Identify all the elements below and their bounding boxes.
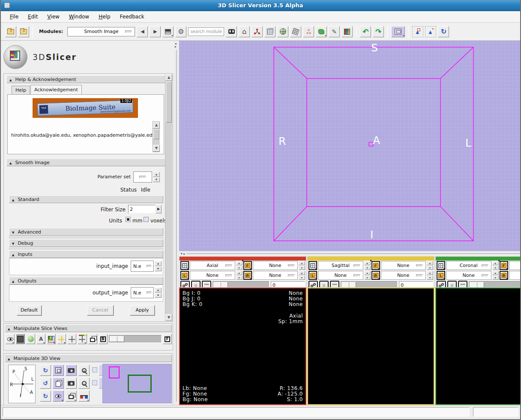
spin-down-button[interactable]	[364, 266, 371, 270]
sagittal-background-button[interactable]: B▾	[371, 271, 380, 280]
sagittal-link-button[interactable]	[308, 281, 318, 288]
axial-more-button[interactable]	[202, 281, 211, 288]
navigation-preview[interactable]	[102, 364, 172, 403]
spin-up-button[interactable]	[427, 261, 433, 265]
home-module-button[interactable]	[239, 26, 250, 37]
input-image-dropdown[interactable]: N.e	[131, 261, 154, 272]
scroll-down-icon[interactable]: ▼	[165, 314, 172, 321]
label-b-button[interactable]: B	[99, 334, 108, 344]
sagittal-offset-entry[interactable]	[399, 281, 433, 288]
sagittal-foreground-button[interactable]: F▾	[371, 261, 380, 270]
coronal-options-button[interactable]: ▾	[437, 261, 445, 270]
axial-link-button[interactable]	[180, 281, 190, 288]
cancel-button[interactable]: Cancel	[87, 305, 114, 315]
window-menu-icon[interactable]	[4, 3, 10, 8]
editor-module-button[interactable]: ▾	[316, 26, 327, 37]
spin-down-button[interactable]	[364, 276, 371, 280]
slice-opacity-slider[interactable]	[109, 335, 162, 343]
module-section-header[interactable]: Smooth Image	[6, 159, 166, 166]
sagittal-options-button[interactable]: ▾	[308, 261, 317, 270]
output-image-dropdown[interactable]: N.e	[131, 287, 154, 298]
menu-file[interactable]: File	[7, 12, 21, 21]
menu-feedback[interactable]: Feedback	[117, 12, 147, 21]
cube-axes-button[interactable]	[53, 378, 64, 389]
slice-label-colors-button[interactable]: ▾	[47, 334, 56, 344]
spin-down-button[interactable]	[155, 267, 162, 272]
rotate-pitch-button[interactable]	[40, 365, 51, 376]
spin-up-button[interactable]	[155, 288, 162, 293]
outputs-section-header[interactable]: Outputs	[9, 277, 163, 285]
credits-scrollbar[interactable]: ▲ ▼	[153, 121, 159, 152]
spin-up-button[interactable]	[236, 261, 243, 265]
module-search-input[interactable]	[188, 27, 224, 36]
modules-settings-button[interactable]	[175, 26, 186, 37]
menu-edit[interactable]: Edit	[25, 12, 41, 21]
module-selector-dropdown[interactable]: Smooth Image	[67, 27, 135, 36]
module-panel-scrollbar[interactable]: ▲ ▼	[165, 74, 172, 321]
slider-thumb[interactable]	[213, 282, 228, 288]
center-view-button[interactable]	[53, 365, 64, 376]
slice-annotation-button[interactable]: A▾	[36, 334, 45, 344]
sagittal-visibility-button[interactable]	[319, 281, 329, 288]
sagittal-collapse-bar[interactable]	[308, 257, 434, 261]
units-voxels-checkbox[interactable]	[144, 217, 149, 222]
sagittal-more-button[interactable]	[330, 281, 339, 288]
default-button[interactable]: Default	[17, 305, 42, 315]
load-scene-button[interactable]	[5, 26, 16, 37]
view3d-section-header[interactable]: Manipulate 3D View	[5, 354, 172, 362]
scroll-up-icon[interactable]: ▲	[153, 122, 160, 129]
spin-up-button[interactable]	[427, 271, 433, 275]
crosshair-grid-button[interactable]	[67, 334, 76, 344]
label-f-button[interactable]: F	[163, 334, 172, 344]
spin-up-button[interactable]	[153, 172, 160, 177]
menu-window[interactable]: Window	[66, 12, 92, 21]
spin-down-button[interactable]	[427, 266, 433, 270]
spin-down-button[interactable]	[236, 266, 243, 270]
coronal-offset-slider[interactable]	[469, 281, 521, 288]
coronal-orientation-dropdown[interactable]: Coronal	[446, 261, 491, 270]
sagittal-foreground-dropdown[interactable]: None	[381, 261, 426, 270]
threed-viewport[interactable]: S R A L I	[179, 41, 521, 251]
slider-thumb[interactable]	[341, 282, 356, 288]
rock-checkbox[interactable]	[92, 380, 97, 385]
axial-labelmap-button[interactable]: L▾	[180, 271, 189, 280]
debug-section-header[interactable]: Debug	[9, 239, 163, 247]
stereo-glasses-button[interactable]: ▾	[78, 390, 90, 402]
rotate-axis-button[interactable]	[40, 390, 51, 402]
axial-orientation-dropdown[interactable]: Axial	[190, 261, 235, 270]
menu-help[interactable]: Help	[96, 12, 113, 21]
spin-up-button[interactable]	[299, 271, 305, 275]
spin-up-button[interactable]	[364, 271, 371, 275]
slider-thumb[interactable]	[470, 282, 484, 288]
filter-size-expand-button[interactable]: ▶	[156, 205, 162, 213]
module-history-button[interactable]: ▾	[162, 26, 174, 37]
spin-down-button[interactable]	[492, 276, 499, 280]
inputs-section-header[interactable]: Inputs	[9, 250, 163, 258]
coronal-visibility-button[interactable]	[447, 281, 457, 288]
data-module-button[interactable]	[252, 26, 263, 37]
save-scene-button[interactable]	[18, 26, 29, 37]
splitter-arrows-icon[interactable]: ▾ ▴	[181, 252, 185, 255]
zoom-in-button[interactable]: +	[78, 365, 90, 376]
module-back-button[interactable]	[137, 26, 148, 37]
scroll-thumb[interactable]	[153, 129, 159, 139]
zoom-out-button[interactable]: −	[78, 378, 90, 389]
panel-splitter-horizontal[interactable]: ▾ ▴	[179, 251, 521, 256]
standard-section-header[interactable]: Standard	[9, 195, 163, 203]
spin-down-button[interactable]	[155, 293, 162, 298]
axial-options-button[interactable]: ▾	[180, 261, 189, 270]
search-modules-button[interactable]	[226, 26, 237, 37]
spin-up-button[interactable]	[492, 261, 499, 265]
axial-collapse-bar[interactable]	[180, 257, 306, 261]
axial-offset-entry[interactable]	[271, 281, 305, 288]
axial-background-dropdown[interactable]: None	[253, 271, 298, 280]
rotate-roll-button[interactable]	[40, 378, 51, 389]
coronal-foreground-dropdown[interactable]: None	[509, 261, 521, 270]
slice-views-section-header[interactable]: Manipulate Slice Views	[5, 324, 172, 332]
spin-down-button[interactable]	[299, 276, 305, 280]
coronal-link-button[interactable]	[437, 281, 446, 288]
crosshair-style-button[interactable]: ▾	[57, 334, 66, 344]
sagittal-labelmap-dropdown[interactable]: None	[318, 271, 363, 280]
redo-button[interactable]	[373, 26, 384, 37]
spin-up-button[interactable]	[236, 271, 243, 275]
